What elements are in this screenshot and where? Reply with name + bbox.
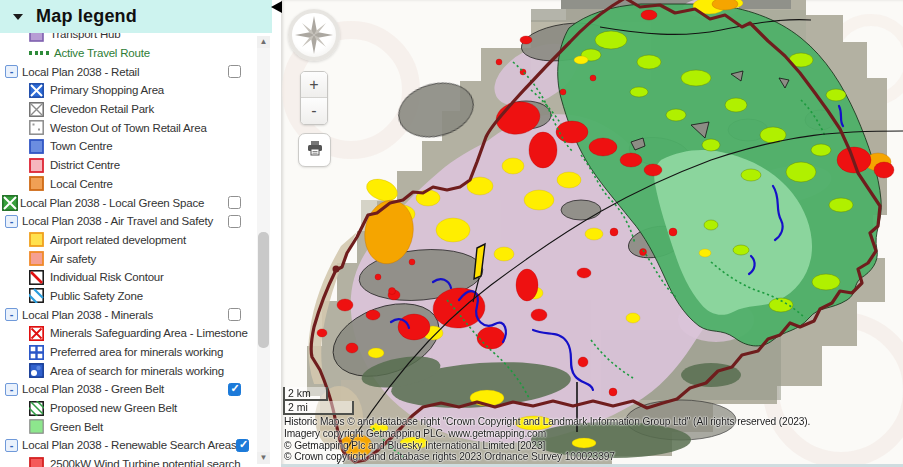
scale-bar-mi: 2 mi [283, 401, 354, 415]
layer-checkbox-retail[interactable] [228, 65, 241, 78]
legend-item-label: Airport related development [50, 234, 186, 246]
green-belt-icon [29, 419, 44, 434]
legend-item-label: Town Centre [50, 140, 112, 152]
legend-group-label: Local Plan 2038 - Local Green Space [20, 197, 228, 209]
legend-header[interactable]: Map legend [0, 0, 272, 33]
layer-checkbox-minerals[interactable] [228, 308, 241, 321]
district-centre-icon [29, 158, 44, 173]
local-green-space-icon [2, 195, 17, 210]
print-button[interactable] [298, 133, 331, 167]
legend-item-individual-risk-contour[interactable]: Individual Risk Contour [0, 268, 256, 287]
legend-item-label: Clevedon Retail Park [50, 103, 154, 115]
legend-item-label: District Centre [50, 159, 120, 171]
legend-item-district-centre[interactable]: District Centre [0, 156, 256, 175]
legend-item-air-safety[interactable]: Air safety [0, 249, 256, 268]
legend-item-airport-related[interactable]: Airport related development [0, 231, 256, 250]
primary-shopping-area-icon [29, 83, 44, 98]
legend-group-air-travel-safety[interactable]: - Local Plan 2038 - Air Travel and Safet… [0, 212, 256, 231]
scale-bar-km: 2 km [283, 387, 328, 401]
legend-list: Transport Hub Active Travel Route - Loca… [0, 33, 256, 467]
clevedon-retail-park-icon [29, 102, 44, 117]
legend-group-label: Local Plan 2038 - Air Travel and Safety [22, 215, 228, 227]
collapse-minus-icon[interactable]: - [5, 383, 18, 396]
scroll-down-icon[interactable]: ▼ [257, 452, 270, 464]
legend-group-green-belt[interactable]: - Local Plan 2038 - Green Belt [0, 380, 256, 399]
collapse-minus-icon[interactable]: - [5, 308, 18, 321]
proposed-green-belt-icon [29, 401, 44, 416]
legend-group-label: Local Plan 2038 - Minerals [22, 309, 228, 321]
public-safety-zone-icon [29, 288, 44, 303]
weston-retail-area-icon [29, 120, 44, 135]
legend-item-minerals-search-area[interactable]: Area of search for minerals working [0, 361, 256, 380]
active-travel-route-icon [29, 51, 50, 55]
legend-item-weston-retail-area[interactable]: Weston Out of Town Retail Area [0, 118, 256, 137]
minerals-search-area-icon [29, 363, 44, 378]
legend-group-local-green-space[interactable]: Local Plan 2038 - Local Green Space [0, 193, 256, 212]
legend-group-retail[interactable]: - Local Plan 2038 - Retail [0, 62, 256, 81]
map-legend-panel: Transport Hub Active Travel Route - Loca… [0, 0, 272, 467]
legend-group-label: Local Plan 2038 - Renewable Search Areas [22, 439, 236, 451]
minerals-safeguarding-icon [29, 326, 44, 341]
individual-risk-contour-icon [29, 270, 44, 285]
legend-item-minerals-safeguarding[interactable]: Minerals Safeguarding Area - Limestone [0, 324, 256, 343]
preferred-minerals-area-icon [29, 345, 44, 360]
layer-checkbox-air-travel[interactable] [228, 215, 241, 228]
scale-bar: 2 km 2 mi [283, 387, 354, 415]
legend-item-clevedon-retail-park[interactable]: Clevedon Retail Park [0, 100, 256, 119]
legend-item-preferred-minerals-area[interactable]: Preferred area for minerals working [0, 343, 256, 362]
layer-checkbox-renewable[interactable] [236, 439, 249, 452]
legend-item-label: Preferred area for minerals working [50, 346, 223, 358]
map-attribution: Historic Maps © and database right "Crow… [284, 416, 810, 463]
legend-item-green-belt[interactable]: Green Belt [0, 417, 256, 436]
legend-item-active-travel-route[interactable]: Active Travel Route [0, 44, 256, 63]
attribution-line: Imagery copyright Getmapping PLC. www.ge… [284, 428, 810, 440]
zoom-out-button[interactable]: - [301, 98, 327, 124]
gis-application: Transport Hub Active Travel Route - Loca… [0, 0, 903, 467]
legend-item-label: Primary Shopping Area [50, 84, 164, 96]
legend-item-wind-turbine-search[interactable]: 2500kW Wind Turbine potential search [0, 455, 256, 467]
legend-group-minerals[interactable]: - Local Plan 2038 - Minerals [0, 305, 256, 324]
legend-scrollbar[interactable]: ▲ ▼ [257, 36, 270, 464]
map-canvas[interactable]: + - 2 km 2 mi Historic Maps © and databa… [281, 0, 903, 467]
collapse-minus-icon[interactable]: - [5, 65, 18, 78]
printer-icon [307, 141, 323, 159]
legend-group-label: Local Plan 2038 - Green Belt [22, 383, 228, 395]
legend-item-label: Minerals Safeguarding Area - Limestone [50, 327, 248, 339]
layer-checkbox-local-green-space[interactable] [228, 196, 241, 209]
collapse-minus-icon[interactable]: - [5, 439, 18, 452]
legend-item-public-safety-zone[interactable]: Public Safety Zone [0, 287, 256, 306]
layer-checkbox-green-belt[interactable] [228, 383, 241, 396]
legend-item-label: Public Safety Zone [50, 290, 143, 302]
wind-turbine-search-icon [29, 457, 44, 467]
legend-item-label: Area of search for minerals working [50, 365, 224, 377]
compass-rose-icon[interactable] [288, 9, 340, 61]
legend-item-proposed-green-belt[interactable]: Proposed new Green Belt [0, 399, 256, 418]
air-safety-icon [29, 251, 44, 266]
legend-group-renewable-search-areas[interactable]: - Local Plan 2038 - Renewable Search Are… [0, 436, 256, 455]
legend-item-label: Local Centre [50, 178, 113, 190]
legend-item-label: Transport Hub [50, 33, 120, 40]
legend-item-label: Active Travel Route [54, 47, 150, 59]
legend-item-transport-hub[interactable]: Transport Hub [0, 33, 256, 44]
attribution-line: © Getmapping Plc and Bluesky Internation… [284, 440, 810, 452]
legend-item-label: Green Belt [50, 421, 103, 433]
zoom-controls: + - [300, 71, 328, 125]
legend-item-label: 2500kW Wind Turbine potential search [50, 458, 240, 467]
legend-item-label: Proposed new Green Belt [50, 402, 177, 414]
scrollbar-thumb[interactable] [258, 232, 269, 348]
legend-item-label: Individual Risk Contour [50, 271, 164, 283]
legend-title: Map legend [36, 6, 137, 27]
legend-item-label: Weston Out of Town Retail Area [50, 122, 207, 134]
town-centre-icon [29, 139, 44, 154]
transport-hub-icon [29, 33, 44, 42]
attribution-line: Historic Maps © and database right "Crow… [284, 416, 810, 428]
legend-item-local-centre[interactable]: Local Centre [0, 175, 256, 194]
legend-item-town-centre[interactable]: Town Centre [0, 137, 256, 156]
collapse-minus-icon[interactable]: - [5, 215, 18, 228]
chevron-down-icon [13, 14, 23, 20]
legend-item-primary-shopping-area[interactable]: Primary Shopping Area [0, 81, 256, 100]
panel-collapse-arrow-icon[interactable] [271, 1, 282, 13]
legend-item-label: Air safety [50, 253, 96, 265]
scroll-up-icon[interactable]: ▲ [257, 36, 270, 48]
zoom-in-button[interactable]: + [301, 72, 327, 98]
